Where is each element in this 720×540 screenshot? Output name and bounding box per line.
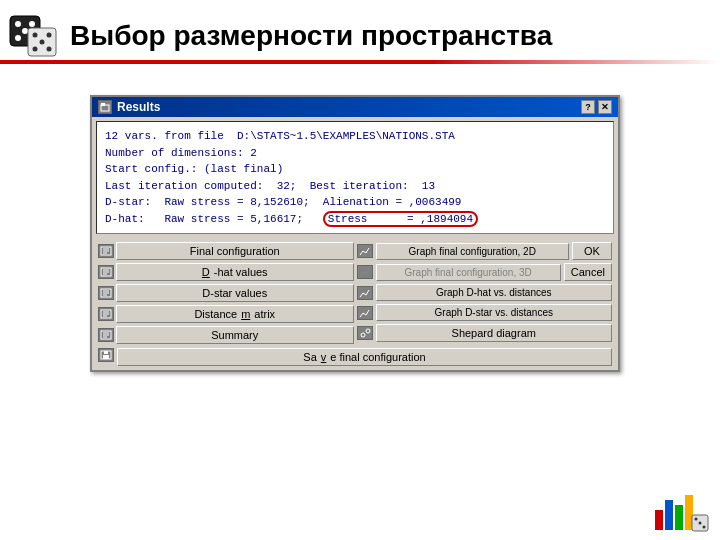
svg-rect-38 (104, 351, 108, 354)
dhat-icon (98, 265, 114, 279)
help-button[interactable]: ? (581, 100, 595, 114)
result-line-5: D-star: Raw stress = 8,152610; Alienatio… (105, 194, 605, 211)
svg-point-1 (15, 21, 21, 27)
final-config-button[interactable]: Final configuration (116, 242, 354, 260)
results-dialog: Results ? ✕ 12 vars. from file D:\STATS~… (90, 95, 620, 372)
dice-icon-bottomright (650, 490, 710, 535)
dstar-icon (98, 286, 114, 300)
svg-point-11 (40, 40, 45, 45)
distance-matrix-wrapper: Distance matrix (98, 305, 354, 323)
right-buttons-col: Graph final configuration, 2D OK Graph f… (357, 242, 613, 344)
result-line-4: Last iteration computed: 32; Best iterat… (105, 178, 605, 195)
save-icon (98, 348, 114, 362)
svg-rect-40 (665, 500, 673, 530)
dhat-values-wrapper: D-hat values (98, 263, 354, 281)
dialog-title: Results (117, 100, 160, 114)
graph-dstar-button[interactable]: Graph D-star vs. distances (376, 304, 613, 321)
summary-icon (98, 328, 114, 342)
final-config-wrapper: Final configuration (98, 242, 354, 260)
left-buttons-col: Final configuration D-hat values D-star … (98, 242, 354, 344)
dstar-values-button[interactable]: D-star values (116, 284, 354, 302)
summary-wrapper: Summary (98, 326, 354, 344)
graph-dhat-icon (357, 286, 373, 300)
dialog-titlebar: Results ? ✕ (92, 97, 618, 117)
graph-dhat-button[interactable]: Graph D-hat vs. distances (376, 284, 613, 301)
svg-point-2 (15, 35, 21, 41)
final-config-icon (98, 244, 114, 258)
ok-button[interactable]: OK (572, 242, 612, 260)
stress-highlight: Stress = ,1894094 (323, 211, 478, 227)
dhat-values-button[interactable]: D-hat values (116, 263, 354, 281)
distance-matrix-button[interactable]: Distance matrix (116, 305, 354, 323)
cancel-button[interactable]: Cancel (564, 263, 612, 281)
titlebar-left: Results (98, 100, 160, 114)
graph-3d-button[interactable]: Graph final configuration, 3D (376, 264, 561, 281)
svg-point-34 (361, 333, 365, 337)
graph-dhat-row: Graph D-hat vs. distances (357, 284, 613, 301)
svg-point-9 (47, 33, 52, 38)
summary-button[interactable]: Summary (116, 326, 354, 344)
buttons-grid: Final configuration D-hat values D-star … (92, 238, 618, 348)
graph-dstar-icon (357, 306, 373, 320)
svg-point-46 (699, 522, 702, 525)
graph-dstar-row: Graph D-star vs. distances (357, 304, 613, 321)
result-line-3: Start config.: (last final) (105, 161, 605, 178)
graph-2d-icon (357, 244, 373, 258)
svg-point-10 (47, 47, 52, 52)
shepard-row: Shepard diagram (357, 324, 613, 342)
svg-rect-13 (101, 103, 105, 106)
title-underline (0, 60, 720, 64)
titlebar-buttons: ? ✕ (581, 100, 612, 114)
result-line-2: Number of dimensions: 2 (105, 145, 605, 162)
shepard-icon (357, 326, 373, 340)
results-text-area: 12 vars. from file D:\STATS~1.5\EXAMPLES… (96, 121, 614, 234)
svg-point-7 (33, 33, 38, 38)
bottom-row: Save final configuration (92, 348, 618, 370)
svg-point-35 (366, 329, 370, 333)
svg-point-44 (695, 518, 698, 521)
svg-rect-41 (675, 505, 683, 530)
svg-point-5 (22, 28, 28, 34)
distance-matrix-icon (98, 307, 114, 321)
dialog-icon (98, 100, 112, 114)
dstar-values-wrapper: D-star values (98, 284, 354, 302)
graph-2d-button[interactable]: Graph final configuration, 2D (376, 243, 570, 260)
page-title: Выбор размерности пространства (70, 20, 552, 52)
dice-icon-topleft (8, 8, 58, 58)
svg-rect-39 (655, 510, 663, 530)
graph-3d-row: Graph final configuration, 3D Cancel (357, 263, 613, 281)
save-config-button[interactable]: Save final configuration (117, 348, 612, 366)
svg-rect-37 (103, 355, 109, 359)
graph-2d-row: Graph final configuration, 2D OK (357, 242, 613, 260)
svg-point-3 (29, 21, 35, 27)
svg-point-45 (703, 526, 706, 529)
result-line-1: 12 vars. from file D:\STATS~1.5\EXAMPLES… (105, 128, 605, 145)
close-button[interactable]: ✕ (598, 100, 612, 114)
graph-3d-icon (357, 265, 373, 279)
result-line-6: D-hat: Raw stress = 5,16617; Stress = ,1… (105, 211, 605, 228)
svg-point-8 (33, 47, 38, 52)
shepard-button[interactable]: Shepard diagram (376, 324, 613, 342)
